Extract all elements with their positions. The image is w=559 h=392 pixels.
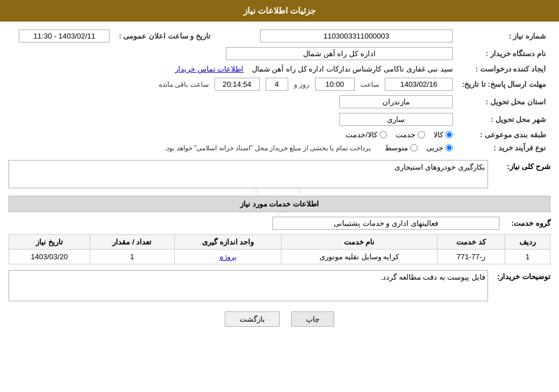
category-radio-khedmat[interactable] — [418, 131, 425, 138]
services-table: ردیف کد خدمت نام خدمت واحد اندازه گیری ت… — [9, 234, 550, 264]
page-header: جزئیات اطلاعات نیاز — [0, 0, 559, 22]
category-kala-khedmat-label: کالا/خدمت — [346, 130, 377, 139]
col-unit: واحد اندازه گیری — [175, 235, 281, 250]
category-option-khedmat: خدمت — [396, 130, 425, 139]
send-time-value: 10:00 — [315, 78, 355, 91]
creator-value: سید نبی غفاری تاکامی کارشناس تدارکات ادا… — [252, 65, 453, 73]
announce-time-label: تاریخ و ساعت اعلان عمومی : — [114, 27, 215, 45]
time-label: ساعت — [360, 81, 379, 88]
cell-row: 1 — [505, 250, 550, 264]
buyer-org-label: نام دستگاه خریدار : — [457, 45, 550, 62]
process-type-note: پرداخت تمام یا بخشی از مبلغ خریداز محل "… — [165, 144, 371, 152]
send-days-value: 4 — [266, 78, 288, 91]
col-code: کد خدمت — [437, 235, 505, 250]
cell-unit[interactable]: پروژه — [175, 250, 281, 264]
category-radio-kala[interactable] — [445, 131, 453, 138]
delivery-province-value: مازندران — [339, 95, 453, 108]
category-label: طبقه بندی موعوعی : — [457, 128, 550, 141]
back-button[interactable]: بازگشت — [225, 311, 280, 327]
service-group-value: فعالیتهای اداری و خدمات پشتیبانی — [272, 217, 499, 230]
process-jozi-label: جزیی — [426, 144, 443, 152]
creator-link[interactable]: اطلاعات تماس خریدار — [175, 65, 243, 73]
service-group-label: گروه خدمت: — [505, 219, 550, 227]
cell-code: ز-77-771 — [437, 250, 505, 264]
col-qty: تعداد / مقدار — [90, 235, 174, 250]
page-title: جزئیات اطلاعات نیاز — [243, 6, 316, 15]
category-kala-label: کالا — [434, 130, 443, 139]
process-motavasset-label: متوسط — [385, 144, 408, 152]
col-date: تاریخ نیاز — [9, 235, 90, 250]
process-radio-jozi[interactable] — [445, 144, 453, 151]
process-type-motavasset: متوسط — [385, 144, 418, 152]
process-type-jozi: جزیی — [426, 144, 453, 152]
delivery-province-label: استان محل تحویل : — [457, 93, 550, 111]
delivery-city-label: شهر محل تحویل : — [457, 111, 550, 128]
delivery-city-value: ساری — [339, 113, 453, 126]
process-radio-motavasset[interactable] — [410, 144, 418, 151]
buyer-desc-textarea[interactable] — [9, 270, 488, 301]
category-radio-group: کالا خدمت کالا/خدمت — [13, 130, 453, 139]
remaining-label: ساعت باقی مانده — [159, 81, 209, 88]
buyer-desc-label: توضیحات خریدار: — [494, 270, 550, 281]
category-option-kala: کالا — [434, 130, 453, 139]
send-clock-value: 20:14:54 — [215, 78, 260, 91]
announce-date-value: 1403/02/11 - 11:30 — [19, 29, 110, 43]
need-summary-textarea[interactable] — [9, 160, 488, 188]
need-summary-label: شرح کلی نیاز: — [494, 160, 550, 171]
cell-qty: 1 — [90, 250, 174, 264]
category-radio-kala-khedmat[interactable] — [380, 131, 387, 138]
col-name: نام خدمت — [281, 235, 437, 250]
cell-date: 1403/03/20 — [9, 250, 90, 264]
buttons-row: چاپ بازگشت — [9, 311, 550, 327]
category-option-kala-khedmat: کالا/خدمت — [346, 130, 387, 139]
col-row: ردیف — [505, 235, 550, 250]
days-label: روز و — [294, 81, 309, 88]
send-date-label: مهلت ارسال پاسخ: تا تاریخ: — [457, 75, 550, 93]
buyer-org-value: اداره کل راه آهن شمال — [226, 47, 453, 60]
print-button[interactable]: چاپ — [291, 311, 334, 327]
services-section-title: اطلاعات خدمات مورد نیاز — [9, 196, 550, 212]
creator-label: ایجاد کننده درخواست : — [457, 62, 550, 75]
need-number-label: شماره نیاز : — [457, 27, 550, 45]
process-type-label: نوع فرآیند خرید : — [457, 141, 550, 154]
need-number-value: 1103003311000003 — [260, 29, 453, 43]
send-date-value: 1403/02/16 — [385, 78, 453, 91]
process-type-radio-group: جزیی متوسط پرداخت تمام یا بخشی از مبلغ خ… — [13, 144, 453, 152]
category-khedmat-label: خدمت — [396, 130, 415, 139]
cell-name: کرایه وسایل نقلیه موتوری — [281, 250, 437, 264]
table-row: 1 ز-77-771 کرایه وسایل نقلیه موتوری پروژ… — [9, 250, 550, 264]
